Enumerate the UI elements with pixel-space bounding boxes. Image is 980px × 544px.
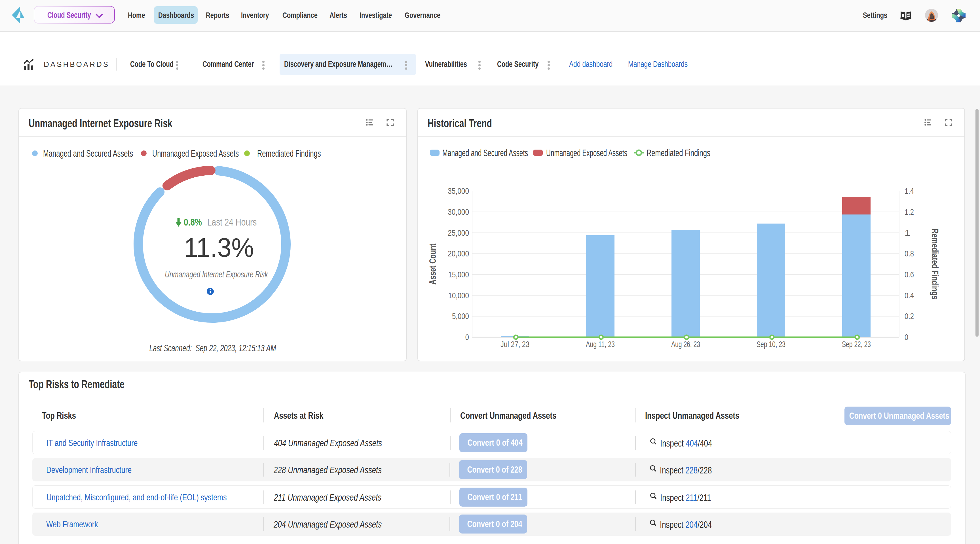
svg-text:0.6: 0.6 (905, 270, 914, 279)
svg-text:0: 0 (465, 332, 469, 342)
svg-text:Aug 26, 23: Aug 26, 23 (671, 339, 700, 349)
svg-text:1: 1 (905, 228, 910, 238)
svg-text:Remediated Findings: Remediated Findings (930, 228, 940, 300)
svg-text:0.4: 0.4 (905, 291, 914, 300)
svg-text:0: 0 (905, 332, 908, 342)
svg-text:Remediated Findings: Remediated Findings (646, 147, 710, 158)
svg-text:35,000: 35,000 (448, 186, 469, 195)
svg-text:Jul 27, 23: Jul 27, 23 (501, 339, 530, 349)
svg-text:Managed and Secured Assets: Managed and Secured Assets (442, 147, 528, 158)
svg-text:0.8: 0.8 (905, 249, 914, 258)
svg-text:20,000: 20,000 (448, 249, 469, 258)
svg-text:30,000: 30,000 (448, 207, 469, 216)
svg-text:15,000: 15,000 (448, 270, 469, 279)
svg-text:Aug 11, 23: Aug 11, 23 (586, 339, 615, 349)
svg-text:Sep 22, 23: Sep 22, 23 (842, 339, 871, 349)
svg-text:1.4: 1.4 (905, 186, 914, 195)
svg-text:0.2: 0.2 (905, 311, 914, 321)
svg-text:Unmanaged Exposed Assets: Unmanaged Exposed Assets (546, 147, 627, 158)
svg-text:Sep 10, 23: Sep 10, 23 (757, 339, 786, 349)
svg-text:25,000: 25,000 (448, 228, 469, 238)
svg-text:Asset Count: Asset Count (427, 243, 438, 284)
svg-text:10,000: 10,000 (448, 291, 469, 300)
svg-text:5,000: 5,000 (452, 311, 469, 321)
svg-text:1.2: 1.2 (905, 207, 914, 216)
